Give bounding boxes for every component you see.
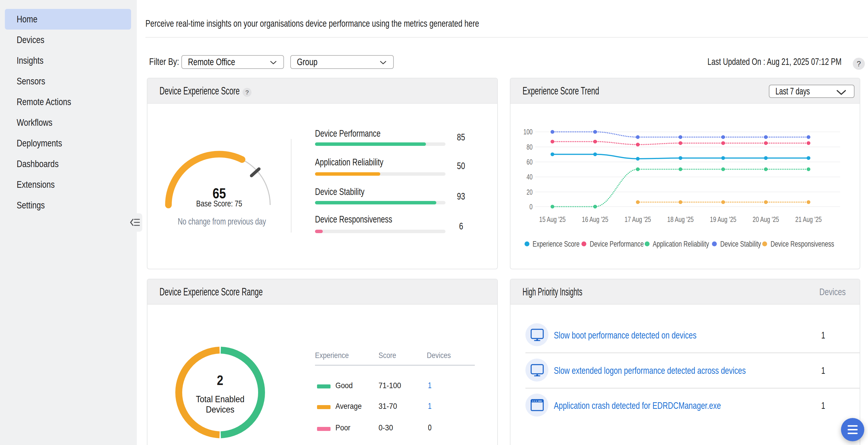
svg-text:17 Aug '25: 17 Aug '25 (625, 215, 651, 224)
svg-text:18 Aug '25: 18 Aug '25 (668, 215, 694, 224)
svg-text:21 Aug '25: 21 Aug '25 (795, 215, 822, 224)
svg-text:100: 100 (523, 128, 533, 136)
svg-text:20 Aug '25: 20 Aug '25 (753, 215, 779, 224)
svg-text:80: 80 (527, 143, 533, 151)
svg-text:60: 60 (527, 158, 533, 166)
svg-text:19 Aug '25: 19 Aug '25 (710, 215, 736, 224)
svg-text:20: 20 (527, 188, 533, 196)
svg-text:40: 40 (527, 173, 533, 181)
svg-text:0: 0 (529, 202, 533, 211)
svg-text:16 Aug '25: 16 Aug '25 (582, 215, 609, 224)
svg-text:15 Aug '25: 15 Aug '25 (539, 215, 566, 224)
